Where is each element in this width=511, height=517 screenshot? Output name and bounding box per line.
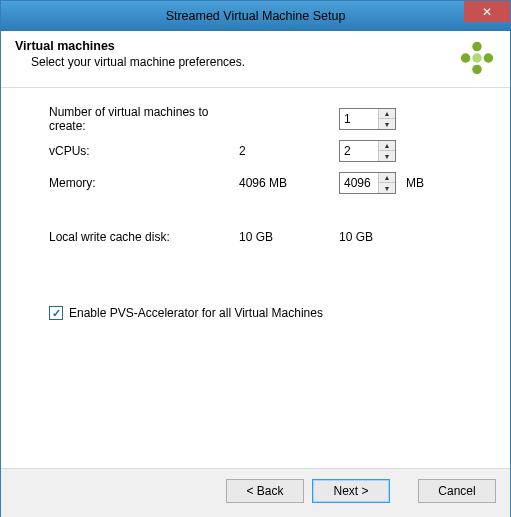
spinner-vcpus[interactable]: ▲ ▼	[339, 140, 396, 162]
static-vcpus: 2	[239, 144, 339, 158]
wizard-header: Virtual machines Select your virtual mac…	[1, 31, 510, 88]
input-vm-count[interactable]	[340, 109, 378, 129]
spin-up-icon[interactable]: ▲	[379, 173, 395, 183]
back-button[interactable]: < Back	[226, 479, 304, 503]
titlebar: Streamed Virtual Machine Setup ✕	[1, 1, 510, 31]
page-heading: Virtual machines	[15, 39, 245, 53]
svg-point-0	[472, 42, 482, 52]
label-vm-count: Number of virtual machines to create:	[49, 105, 239, 133]
input-memory[interactable]	[340, 173, 378, 193]
svg-point-2	[472, 65, 482, 75]
checkbox-label-pvs: Enable PVS-Accelerator for all Virtual M…	[69, 306, 323, 320]
row-vm-count: Number of virtual machines to create: ▲ …	[49, 108, 470, 130]
label-memory: Memory:	[49, 176, 239, 190]
label-vcpus: vCPUs:	[49, 144, 239, 158]
row-memory: Memory: 4096 MB ▲ ▼ MB	[49, 172, 470, 194]
svg-point-1	[484, 53, 494, 63]
static-memory: 4096 MB	[239, 176, 339, 190]
svg-point-4	[472, 53, 482, 63]
row-cache: Local write cache disk: 10 GB 10 GB	[49, 226, 470, 248]
cancel-button[interactable]: Cancel	[418, 479, 496, 503]
static-cache: 10 GB	[239, 230, 339, 244]
row-vcpus: vCPUs: 2 ▲ ▼	[49, 140, 470, 162]
spinner-vm-count[interactable]: ▲ ▼	[339, 108, 396, 130]
input-vcpus[interactable]	[340, 141, 378, 161]
close-button[interactable]: ✕	[464, 1, 510, 22]
page-subheading: Select your virtual machine preferences.	[31, 55, 245, 69]
label-cache: Local write cache disk:	[49, 230, 239, 244]
brand-icon	[458, 39, 496, 77]
svg-point-3	[461, 53, 471, 63]
check-icon: ✓	[52, 307, 61, 320]
spin-up-icon[interactable]: ▲	[379, 109, 395, 119]
checkbox-row-pvs[interactable]: ✓ Enable PVS-Accelerator for all Virtual…	[49, 306, 470, 320]
spin-up-icon[interactable]: ▲	[379, 141, 395, 151]
next-button[interactable]: Next >	[312, 479, 390, 503]
spin-down-icon[interactable]: ▼	[379, 151, 395, 161]
wizard-footer: < Back Next > Cancel	[1, 468, 510, 517]
content-area: Number of virtual machines to create: ▲ …	[1, 88, 510, 330]
spin-down-icon[interactable]: ▼	[379, 119, 395, 129]
spin-down-icon[interactable]: ▼	[379, 183, 395, 193]
spinner-memory[interactable]: ▲ ▼	[339, 172, 396, 194]
close-icon: ✕	[482, 6, 492, 18]
checkbox-pvs[interactable]: ✓	[49, 306, 63, 320]
suffix-memory: MB	[396, 176, 424, 190]
window-title: Streamed Virtual Machine Setup	[1, 9, 510, 23]
value-cache: 10 GB	[339, 230, 401, 244]
